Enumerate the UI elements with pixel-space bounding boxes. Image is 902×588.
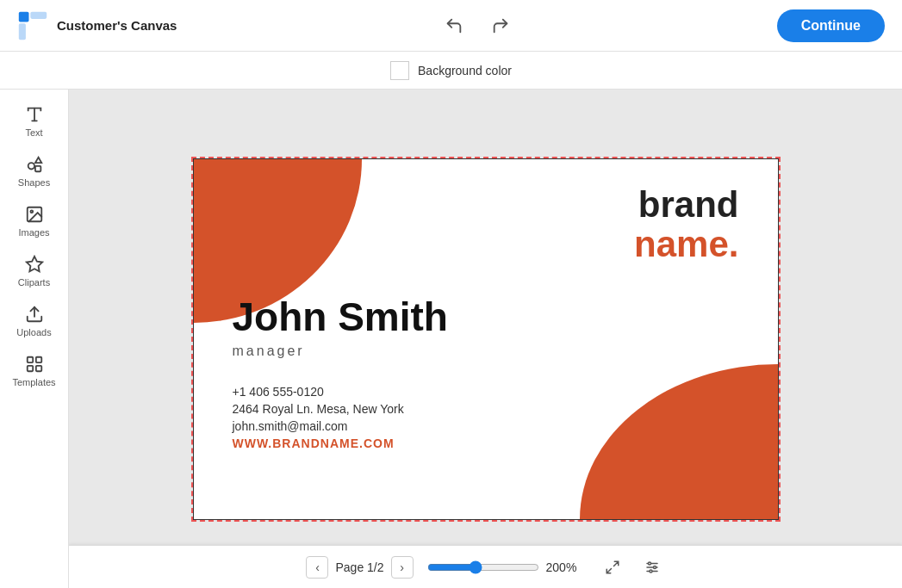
shape-bottom-right xyxy=(580,364,778,519)
star-icon xyxy=(25,255,44,274)
resize-button[interactable] xyxy=(600,554,625,580)
next-page-button[interactable]: › xyxy=(391,556,414,579)
main-area: Text Shapes Images Cliparts xyxy=(0,90,902,588)
bg-color-label: Background color xyxy=(418,64,512,77)
contact-address: 2464 Royal Ln. Mesa, New York xyxy=(233,402,448,416)
person-info: John Smith manager +1 406 555-0120 2464 … xyxy=(233,294,448,450)
resize-icon xyxy=(605,560,620,575)
svg-point-10 xyxy=(30,210,33,213)
svg-rect-3 xyxy=(19,23,26,40)
contact-details: +1 406 555-0120 2464 Royal Ln. Mesa, New… xyxy=(233,385,448,450)
business-card: brand name. John Smith manager +1 406 55… xyxy=(193,158,779,520)
settings-button[interactable] xyxy=(639,554,665,580)
brand-name-bottom: name. xyxy=(634,225,738,264)
images-icon xyxy=(25,205,44,224)
svg-rect-1 xyxy=(19,11,29,22)
sidebar: Text Shapes Images Cliparts xyxy=(0,90,69,588)
bottom-bar: ‹ Page 1/2 › 200% xyxy=(69,545,902,588)
undo-button[interactable] xyxy=(439,11,469,40)
svg-point-20 xyxy=(648,562,650,565)
sidebar-item-text[interactable]: Text xyxy=(4,98,65,145)
svg-point-21 xyxy=(653,566,656,568)
sidebar-item-templates-label: Templates xyxy=(12,377,55,387)
svg-marker-11 xyxy=(26,257,41,271)
svg-rect-16 xyxy=(27,366,32,371)
svg-point-22 xyxy=(650,570,652,573)
prev-page-button[interactable]: ‹ xyxy=(306,556,328,579)
logo-icon xyxy=(17,10,48,41)
next-icon: › xyxy=(400,560,404,574)
svg-rect-13 xyxy=(27,357,32,362)
svg-rect-15 xyxy=(35,366,40,371)
text-icon xyxy=(25,105,44,124)
card-outer[interactable]: brand name. John Smith manager +1 406 55… xyxy=(191,157,781,522)
logo-name: Customer's Canvas xyxy=(57,18,177,34)
sliders-icon xyxy=(644,560,660,575)
svg-point-6 xyxy=(28,163,34,169)
person-name: John Smith xyxy=(233,294,448,340)
sidebar-item-images[interactable]: Images xyxy=(4,198,65,244)
contact-email: john.smith@mail.com xyxy=(233,419,448,433)
sidebar-item-templates[interactable]: Templates xyxy=(4,348,65,394)
templates-icon xyxy=(25,355,44,374)
zoom-range-input[interactable] xyxy=(427,560,539,574)
contact-phone: +1 406 555-0120 xyxy=(233,385,448,399)
bg-color-swatch[interactable] xyxy=(390,61,409,80)
zoom-slider: 200% xyxy=(427,560,586,574)
header: Customer's Canvas Continue xyxy=(0,0,902,52)
sidebar-item-text-label: Text xyxy=(25,127,42,138)
zoom-label: 200% xyxy=(546,560,586,574)
sidebar-item-uploads-label: Uploads xyxy=(16,327,51,337)
sidebar-item-uploads[interactable]: Uploads xyxy=(4,298,65,344)
shapes-icon xyxy=(25,155,44,174)
redo-button[interactable] xyxy=(486,11,515,40)
brand-name: brand name. xyxy=(634,185,738,264)
sidebar-item-cliparts-label: Cliparts xyxy=(18,277,50,288)
continue-button[interactable]: Continue xyxy=(777,9,885,42)
svg-rect-8 xyxy=(34,166,40,171)
sidebar-item-shapes[interactable]: Shapes xyxy=(4,148,65,195)
page-nav: ‹ Page 1/2 › xyxy=(306,556,413,579)
sidebar-item-cliparts[interactable]: Cliparts xyxy=(4,248,65,294)
page-label: Page 1/2 xyxy=(335,560,383,574)
header-actions xyxy=(439,11,515,40)
sidebar-item-shapes-label: Shapes xyxy=(18,177,50,188)
sidebar-item-images-label: Images xyxy=(18,227,49,238)
prev-icon: ‹ xyxy=(315,560,320,574)
canvas-area: brand name. John Smith manager +1 406 55… xyxy=(69,90,902,588)
bg-color-toolbar: Background color xyxy=(0,52,902,90)
person-title: manager xyxy=(233,344,448,359)
svg-rect-14 xyxy=(35,357,40,362)
logo: Customer's Canvas xyxy=(17,10,177,41)
contact-website: WWW.BRANDNAME.COM xyxy=(233,436,448,450)
upload-icon xyxy=(25,305,44,324)
svg-rect-2 xyxy=(30,11,47,18)
brand-name-top: brand xyxy=(634,185,738,225)
svg-marker-7 xyxy=(34,158,40,163)
